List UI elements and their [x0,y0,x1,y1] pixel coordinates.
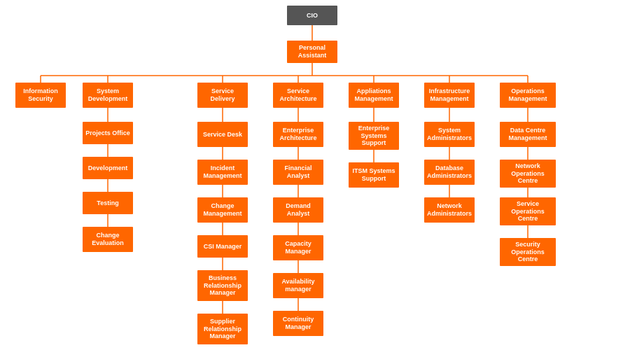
dev-node: Development [83,157,133,179]
brm-node: BusinessRelationshipManager [197,270,248,301]
demand-analyst-node: Demand Analyst [273,197,323,223]
svc-desk-node: Service Desk [197,122,248,147]
sys-dev-node: SystemDevelopment [83,83,133,108]
svc-del-node: ServiceDelivery [197,83,248,108]
cio-node: CIO [287,6,337,25]
net-ops-node: NetworkOperationsCentre [500,160,556,188]
cont-mgr-node: ContinuityManager [273,311,323,336]
svc-arch-node: ServiceArchitecture [273,83,323,108]
chg-eval-node: ChangeEvaluation [83,227,133,252]
info-sec-node: InformationSecurity [15,83,66,108]
net-admin-node: NetworkAdministrators [424,197,475,223]
ent-sys-support-node: EnterpriseSystems Support [349,122,399,150]
sys-admin-node: SystemAdministrators [424,122,475,147]
infra-mgmt-node: InfrastructureManagement [424,83,475,108]
csi-mgr-node: CSI Manager [197,235,248,258]
fin-analyst-node: Financial Analyst [273,160,323,185]
incident-mgmt-node: IncidentManagement [197,160,248,185]
chg-mgmt-node: ChangeManagement [197,197,248,223]
org-chart: CIO PersonalAssistant InformationSecurit… [0,0,630,364]
app-mgmt-node: AppliationsManagement [349,83,399,108]
itsm-sys-node: ITSM SystemsSupport [349,162,399,188]
org-chart-container: CIO PersonalAssistant InformationSecurit… [0,0,630,364]
avail-mgr-node: Availabilitymanager [273,273,323,298]
pa-node: PersonalAssistant [287,41,337,63]
srm-node: SupplierRelationshipManager [197,314,248,344]
dc-mgmt-node: Data CentreManagement [500,122,556,147]
testing-node: Testing [83,192,133,214]
ops-mgmt-node: OperationsManagement [500,83,556,108]
svc-ops-node: ServiceOperationsCentre [500,197,556,225]
proj-office-node: Projects Office [83,122,133,144]
ent-arch-node: EnterpriseArchitecture [273,122,323,147]
cap-mgr-node: CapacityManager [273,235,323,260]
db-admin-node: DatabaseAdministrators [424,160,475,185]
sec-ops-node: SecurityOperationsCentre [500,238,556,266]
